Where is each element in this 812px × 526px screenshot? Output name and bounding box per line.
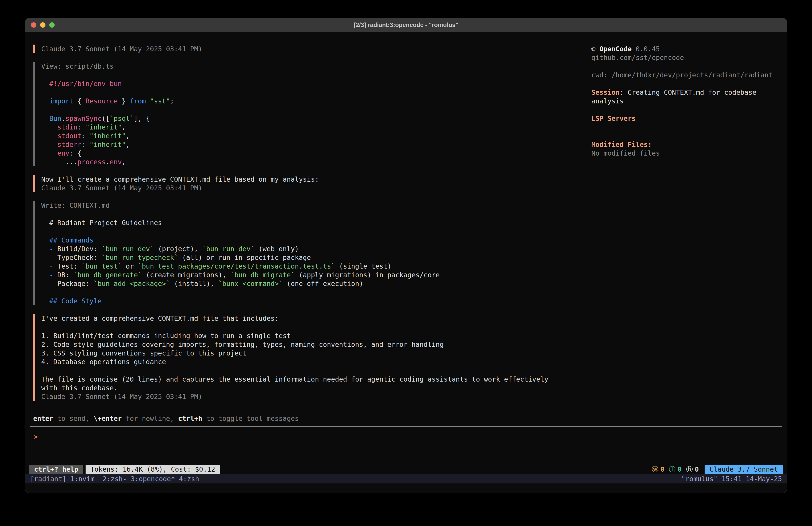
status-bar: ctrl+? help Tokens: 16.4K (8%), Cost: $0… (29, 465, 783, 474)
keybinding-hint: enter to send, \+enter for newline, ctrl… (33, 414, 787, 423)
text-line: Bun.spawnSync([`psql`], { (41, 114, 582, 123)
text-line (591, 62, 778, 71)
text-line: #!/usr/bin/env bun (41, 79, 582, 88)
text-line (591, 131, 778, 140)
hint-segment: \+enter (93, 415, 122, 422)
zoom-button[interactable] (49, 22, 55, 28)
minimize-button[interactable] (40, 22, 45, 28)
text-line: with this codebase. (41, 384, 582, 392)
hint-count: 0 (695, 465, 699, 474)
text-line (41, 88, 582, 97)
text-line: - DB: `bun db generate` (create migratio… (41, 271, 582, 279)
help-chip[interactable]: ctrl+? help (29, 465, 83, 474)
terminal-window: [2/3] radiant:3:opencode - "romulus" Cla… (25, 18, 787, 493)
tokens-cost-chip: Tokens: 16.4K (8%), Cost: $0.12 (86, 465, 220, 474)
text-line: 1. Build/lint/test commands including ho… (41, 331, 582, 340)
text-line: I've created a comprehensive CONTEXT.md … (41, 314, 582, 323)
sidebar: © OpenCode 0.0.45github.com/sst/opencode… (591, 45, 778, 410)
content-row: Claude 3.7 Sonnet (14 May 2025 03:41 PM)… (25, 45, 787, 410)
text-line: ## Commands (41, 236, 582, 244)
warning-icon: ⓦ (652, 465, 658, 474)
tmux-session-info: "romulus" 15:41 14-May-25 (681, 474, 782, 483)
tmux-status-bar: [radiant] 1:nvim 2:zsh- 3:opencode* 4:zs… (25, 474, 787, 483)
text-line (591, 105, 778, 114)
info-count: 0 (678, 465, 682, 474)
text-line: 2. Code style guidelines covering import… (41, 340, 582, 349)
text-line (591, 79, 778, 88)
tmux-window-list[interactable]: [radiant] 1:nvim 2:zsh- 3:opencode* 4:zs… (30, 474, 199, 483)
text-line: Claude 3.7 Sonnet (14 May 2025 03:41 PM) (41, 45, 582, 53)
text-line: Modified Files: (591, 140, 778, 149)
text-line (41, 105, 582, 114)
text-line: The file is concise (20 lines) and captu… (41, 375, 582, 384)
terminal-body: Claude 3.7 Sonnet (14 May 2025 03:41 PM)… (25, 32, 787, 493)
text-line: Claude 3.7 Sonnet (14 May 2025 03:41 PM) (41, 184, 582, 193)
input-divider (30, 426, 782, 427)
text-line: stderr: "inherit", (41, 140, 582, 149)
text-line: Write: CONTEXT.md (41, 201, 582, 210)
text-line: env: { (41, 149, 582, 158)
prompt-input[interactable] (38, 432, 787, 441)
text-line: stdout: "inherit", (41, 131, 582, 140)
text-line: Now I'll create a comprehensive CONTEXT.… (41, 175, 582, 184)
text-line: Session: Creating CONTEXT.md for codebas… (591, 88, 778, 105)
text-line: github.com/sst/opencode (591, 53, 778, 62)
text-line (41, 323, 582, 331)
text-line: import { Resource } from "sst"; (41, 97, 582, 105)
assistant-message-final: I've created a comprehensive CONTEXT.md … (33, 314, 582, 401)
text-line (41, 227, 582, 236)
diagnostics: ⓦ0ⓘ0ⓗ0 (652, 465, 699, 474)
text-line: No modified files (591, 149, 778, 158)
model-chip[interactable]: Claude 3.7 Sonnet (705, 465, 783, 474)
text-line: - TypeCheck: `bun run typecheck` (all) o… (41, 253, 582, 262)
text-line: 3. CSS styling conventions specific to t… (41, 349, 582, 357)
traffic-lights (31, 22, 55, 28)
text-line (41, 71, 582, 79)
text-line: - Package: `bun add <package>` (install)… (41, 279, 582, 288)
text-line (41, 366, 582, 375)
text-line: View: script/db.ts (41, 62, 582, 71)
window-titlebar[interactable]: [2/3] radiant:3:opencode - "romulus" (25, 18, 787, 32)
text-line: - Test: `bun test` or `bun test packages… (41, 262, 582, 271)
close-button[interactable] (31, 22, 36, 28)
chat-blocks: Claude 3.7 Sonnet (14 May 2025 03:41 PM)… (33, 45, 582, 401)
text-line: # Radiant Project Guidelines (41, 218, 582, 227)
text-line (41, 210, 582, 218)
hint-segment: enter (33, 415, 53, 422)
prompt-line: > (34, 432, 787, 441)
tool-view-script-db: View: script/db.ts #!/usr/bin/env bun im… (33, 62, 582, 166)
hint-segment: ctrl+h (178, 415, 202, 422)
text-line: ## Code Style (41, 297, 582, 305)
hint-segment: to send, (53, 415, 93, 422)
bottom-padding (25, 483, 787, 493)
text-line: 4. Database operations guidance (41, 357, 582, 366)
hint-segment: to toggle tool messages (202, 415, 299, 422)
text-line: cwd: /home/thdxr/dev/projects/radiant/ra… (591, 71, 778, 79)
text-line: stdin: "inherit", (41, 123, 582, 131)
statusbar-spacer (220, 465, 652, 474)
info-icon: ⓘ (669, 465, 676, 474)
text-line (591, 123, 778, 131)
hint-icon: ⓗ (686, 465, 693, 474)
tool-write-context-md: Write: CONTEXT.md # Radiant Project Guid… (33, 201, 582, 305)
spacer (25, 441, 787, 465)
text-line: - Build/Dev: `bun run dev` (project), `b… (41, 244, 582, 253)
text-line (41, 288, 582, 297)
prompt-chevron-icon: > (34, 432, 38, 441)
window-title: [2/3] radiant:3:opencode - "romulus" (354, 22, 458, 29)
chat-main: Claude 3.7 Sonnet (14 May 2025 03:41 PM)… (33, 45, 582, 410)
text-line: LSP Servers (591, 114, 778, 123)
assistant-message: Now I'll create a comprehensive CONTEXT.… (33, 175, 582, 193)
text-line: © OpenCode 0.0.45 (591, 45, 778, 53)
text-line: Claude 3.7 Sonnet (14 May 2025 03:41 PM) (41, 392, 582, 401)
text-line: ...process.env, (41, 158, 582, 166)
assistant-message-header: Claude 3.7 Sonnet (14 May 2025 03:41 PM) (33, 45, 582, 53)
warning-count: 0 (661, 465, 665, 474)
hint-segment: for newline, (122, 415, 178, 422)
